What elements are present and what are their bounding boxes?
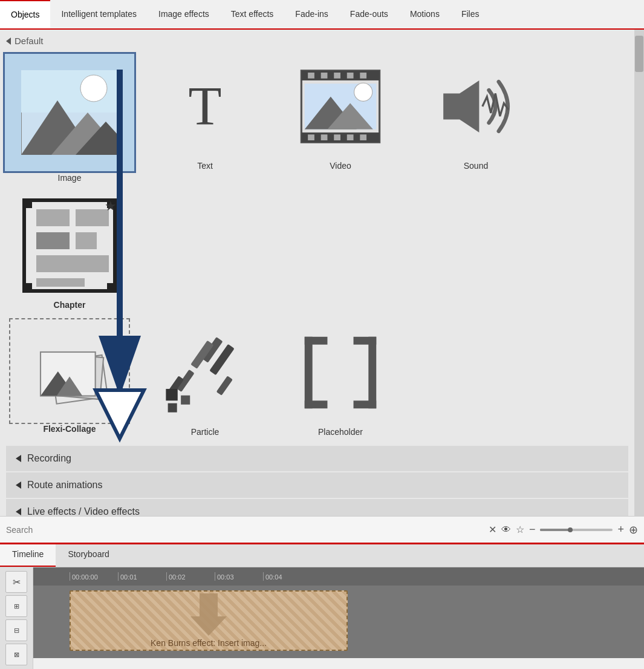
route-animations-section[interactable]: Route animations	[6, 472, 628, 498]
placeholder-label: Placeholder	[318, 427, 363, 437]
live-effects-arrow	[16, 508, 21, 515]
collapse-triangle[interactable]	[6, 38, 11, 45]
placeholder-icon-box	[280, 318, 401, 427]
object-item-placeholder[interactable]: Placeholder	[277, 318, 404, 437]
recording-arrow	[16, 455, 21, 462]
zoom-slider[interactable]	[540, 529, 613, 531]
chapter-label: Chapter	[54, 300, 86, 310]
svg-rect-16	[334, 134, 340, 140]
svg-marker-57	[190, 593, 227, 636]
svg-rect-28	[107, 283, 117, 293]
zoom-in-button[interactable]: +	[617, 523, 624, 536]
svg-rect-13	[360, 73, 366, 79]
svg-rect-32	[76, 232, 97, 249]
svg-marker-23	[443, 80, 479, 132]
svg-rect-14	[308, 134, 314, 140]
tab-storyboard[interactable]: Storyboard	[56, 544, 121, 567]
chapter-icon-box: ★	[9, 191, 130, 300]
svg-rect-9	[308, 73, 314, 79]
tab-files[interactable]: Files	[450, 0, 490, 28]
route-arrow	[16, 481, 21, 489]
svg-point-22	[354, 83, 372, 101]
tab-motions[interactable]: Motions	[399, 0, 450, 28]
svg-rect-29	[36, 209, 70, 226]
tab-objects[interactable]: Objects	[0, 0, 50, 28]
ruler-mark-1: 00:01	[118, 572, 166, 581]
live-effects-label: Live effects / Video effects	[27, 506, 140, 516]
sound-icon-box	[415, 52, 536, 161]
magnify-button[interactable]: ⊕	[629, 523, 638, 537]
svg-text:★: ★	[105, 198, 117, 214]
flexi-collage-label: Flexi-Collage	[43, 424, 96, 434]
section-title: Default	[15, 36, 44, 46]
object-item-sound[interactable]: Sound	[412, 52, 539, 183]
svg-rect-17	[347, 134, 354, 140]
sound-label: Sound	[464, 161, 488, 171]
flexi-collage-icon-box	[9, 318, 130, 424]
cut-tool-button[interactable]: ✂	[5, 571, 27, 593]
object-item-video[interactable]: Video	[277, 52, 404, 183]
object-item-flexi-collage[interactable]: Flexi-Collage	[6, 318, 133, 437]
video-icon-box	[280, 52, 401, 161]
clear-search-button[interactable]: ✕	[489, 524, 496, 535]
tab-image-effects[interactable]: Image effects	[148, 0, 220, 28]
svg-rect-50	[168, 403, 177, 413]
split-button[interactable]: ⊞	[5, 595, 27, 617]
text-icon: T	[189, 79, 222, 134]
eye-button[interactable]: 👁	[501, 524, 511, 535]
timeline-tabs: Timeline Storyboard	[0, 544, 644, 567]
recording-section[interactable]: Recording	[6, 446, 628, 471]
ruler-mark-4: 00:04	[263, 572, 311, 581]
image-icon	[21, 70, 118, 155]
timeline-ruler: 00:00:00 00:01 00:02 00:03 00:04	[33, 567, 644, 586]
star-button[interactable]: ☆	[516, 524, 524, 535]
text-label: Text	[197, 161, 213, 171]
object-item-image[interactable]: Image	[6, 52, 133, 183]
scrollbar[interactable]	[634, 30, 644, 516]
ruler-mark-3: 00:03	[215, 572, 263, 581]
svg-rect-34	[36, 278, 85, 287]
timeline-track: Ken Burns effect: Insert imag...	[33, 586, 644, 658]
timeline-area: Timeline Storyboard ✂ ⊞ ⊟ ⊠ 00:00:00 00:…	[0, 543, 644, 669]
timeline-content: 00:00:00 00:01 00:02 00:03 00:04 Ken	[33, 567, 644, 669]
zoom-handle[interactable]	[568, 527, 573, 532]
svg-rect-12	[347, 73, 354, 79]
ruler-marks: 00:00:00 00:01 00:02 00:03 00:04	[70, 572, 311, 581]
objects-panel: Default	[0, 30, 634, 516]
objects-row-2: Flexi-Collage	[6, 318, 628, 437]
tab-intelligent-templates[interactable]: Intelligent templates	[50, 0, 148, 28]
svg-rect-49	[181, 396, 190, 405]
live-effects-section[interactable]: Live effects / Video effects	[6, 499, 628, 516]
ken-burns-clip[interactable]: Ken Burns effect: Insert imag...	[70, 590, 348, 651]
tab-text-effects[interactable]: Text effects	[220, 0, 285, 28]
zoom-out-button[interactable]: −	[529, 523, 536, 536]
group-button[interactable]: ⊟	[5, 619, 27, 641]
video-icon	[298, 67, 383, 146]
particle-icon	[163, 330, 247, 415]
tab-fade-outs[interactable]: Fade-outs	[339, 0, 399, 28]
object-item-text[interactable]: T Text	[141, 52, 268, 183]
svg-rect-55	[354, 337, 377, 345]
ruler-mark-0: 00:00:00	[70, 572, 118, 581]
collapsible-sections: Recording Route animations Live effects …	[6, 446, 628, 516]
svg-rect-51	[305, 337, 313, 408]
svg-rect-25	[22, 198, 32, 208]
tab-timeline[interactable]: Timeline	[0, 544, 56, 567]
objects-row-1: Image T Text	[6, 52, 628, 310]
object-item-particle[interactable]: Particle	[141, 318, 268, 437]
trim-button[interactable]: ⊠	[5, 644, 27, 665]
svg-rect-52	[305, 337, 328, 345]
tab-fade-ins[interactable]: Fade-ins	[284, 0, 339, 28]
ruler-mark-2: 00:02	[166, 572, 215, 581]
collage-icon	[21, 326, 118, 417]
svg-rect-15	[321, 134, 328, 140]
svg-rect-18	[360, 134, 366, 140]
scrollbar-thumb[interactable]	[635, 36, 643, 72]
search-input[interactable]	[6, 525, 484, 535]
section-header: Default	[6, 36, 628, 46]
object-item-chapter[interactable]: ★ Chapter	[6, 191, 133, 310]
timeline-main: ✂ ⊞ ⊟ ⊠ 00:00:00 00:01 00:02 00:03 00:04	[0, 567, 644, 669]
clip-label: Ken Burns effect: Insert imag...	[151, 638, 267, 648]
text-icon-box: T	[145, 52, 265, 161]
search-bar: ✕ 👁 ☆ − + ⊕	[0, 516, 644, 543]
